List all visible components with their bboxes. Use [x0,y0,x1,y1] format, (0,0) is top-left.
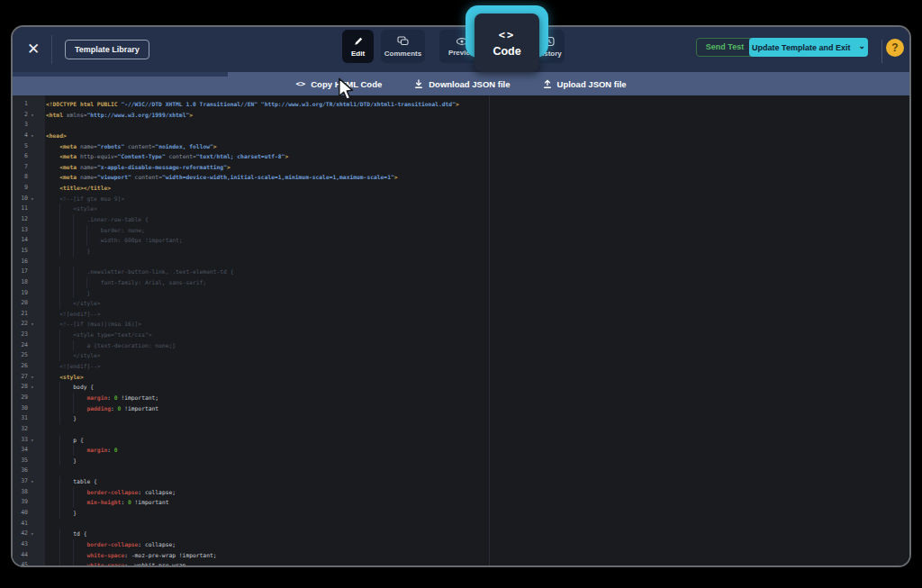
fold-toggle[interactable]: ▾ [28,529,46,539]
code-line: 6<meta http-equiv="Content-Type" content… [13,151,909,162]
fold-toggle[interactable]: ▾ [28,131,46,141]
token-prop: padding [86,405,111,412]
indent-guide [46,403,59,414]
indent-guide [46,456,59,466]
fold-spacer [28,539,46,550]
code-line: 35} [13,456,909,466]
upload-json-button[interactable]: Upload JSON file [543,79,627,89]
fold-toggle[interactable]: ▾ [28,194,46,204]
indent-guide [59,340,73,351]
help-button[interactable]: ? [886,39,904,57]
indent-guide [59,214,73,225]
code-text: } [46,288,90,299]
code-line: 18font-family: Arial, sans-serif; [13,277,909,288]
indent-guide [73,246,86,257]
fold-spacer [28,550,46,561]
code-text: <meta name="robots" content="noindex, fo… [46,141,217,152]
token-attr: xmlns= [67,112,87,118]
code-text: <meta name="viewport" content="width=dev… [46,172,398,183]
download-json-button[interactable]: Download JSON file [414,79,510,89]
code-editor[interactable]: 1<!DOCTYPE html PUBLIC "-//W3C//DTD XHTM… [13,95,909,565]
indent-guide [59,204,73,214]
tab-comments[interactable]: Comments [381,30,425,63]
close-icon[interactable]: ✕ [24,41,42,59]
token-prop: border-collapse [86,541,138,547]
token-plain: body { [73,384,94,390]
indent-guide [73,560,86,565]
fold-spacer [28,340,46,351]
download-json-label: Download JSON file [429,79,510,89]
fold-spacer [28,413,46,424]
code-line: 45white-space: -webkit-pre-wrap [13,560,909,565]
code-line: 40} [13,508,909,519]
fold-toggle[interactable]: ▾ [28,476,46,487]
fold-spacer [28,141,46,152]
token-tag: > [189,112,193,118]
upload-icon [543,79,552,89]
token-cmt: .inner-row-table { [86,216,148,222]
update-template-label: Update Template and Exit [752,43,850,52]
indent-guide [59,529,73,539]
fold-spacer [28,330,46,340]
tab-edit[interactable]: Edit [342,30,374,63]
token-prop: min-height [86,499,121,505]
indent-guide [59,277,73,288]
indent-guide [59,330,73,340]
chevron-down-icon[interactable]: ⌄ [858,43,865,49]
code-line: 22▾<!--[if (mso)|(mso 16)]> [13,319,909,330]
fold-spacer [28,393,46,403]
indent-guide [46,319,59,330]
tab-code[interactable]: <> Code [475,14,539,72]
code-text: <title></title> [46,183,111,194]
code-line: 19} [13,288,909,299]
code-lines: 1<!DOCTYPE html PUBLIC "-//W3C//DTD XHTM… [13,99,909,565]
indent-guide [59,393,73,403]
indent-guide [86,277,100,288]
line-number: 17 [13,267,28,277]
indent-guide [46,162,59,173]
indent-guide [59,487,73,498]
indent-guide [73,235,86,246]
fold-toggle[interactable]: ▾ [28,110,46,121]
token-cmt: border: none; [101,227,145,233]
code-line: 27▾<style> [13,372,909,383]
token-tag: <head> [46,132,67,139]
code-text: <head> [46,131,67,141]
code-line: 21<![endif]--> [13,309,909,320]
fold-toggle[interactable]: ▾ [28,319,46,330]
indent-guide [46,372,59,383]
code-line: 32 [13,424,909,435]
token-tag: <meta [59,153,80,159]
send-test-button[interactable]: Send Test [696,38,754,57]
fold-toggle[interactable]: ▾ [28,382,46,393]
indent-guide [59,235,73,246]
fold-toggle[interactable]: ▾ [28,372,46,383]
fold-toggle[interactable]: ▾ [28,435,46,446]
line-number: 35 [13,456,28,466]
code-line: 12.inner-row-table { [13,214,909,225]
indent-guide [46,361,59,372]
token-str: "x-apple-disable-message-reformatting" [97,164,227,170]
indent-guide [46,172,59,183]
update-template-button[interactable]: Update Template and Exit ⌄ [749,38,868,57]
token-tag: <meta [59,143,80,149]
fold-spacer [28,99,46,110]
indent-guide [73,497,86,508]
indent-guide [46,508,59,519]
code-line: 30padding: 0 !important [13,403,909,414]
fold-spacer [28,257,46,267]
indent-guide [46,194,59,204]
fold-spacer [28,560,46,565]
template-library-button[interactable]: Template Library [65,40,149,59]
token-attr: name= [80,143,97,149]
token-str: "http://www.w3.org/1999/xhtml" [87,112,190,118]
panel-edge [13,72,228,77]
fold-spacer [28,519,46,529]
line-number: 26 [13,361,28,372]
tab-code-callout[interactable]: <> Code [466,5,548,74]
line-number: 41 [13,519,28,529]
token-str: "noindex, follow" [155,143,212,149]
line-number: 43 [13,539,28,550]
tab-comments-label: Comments [384,50,421,58]
code-text: } [46,246,90,257]
